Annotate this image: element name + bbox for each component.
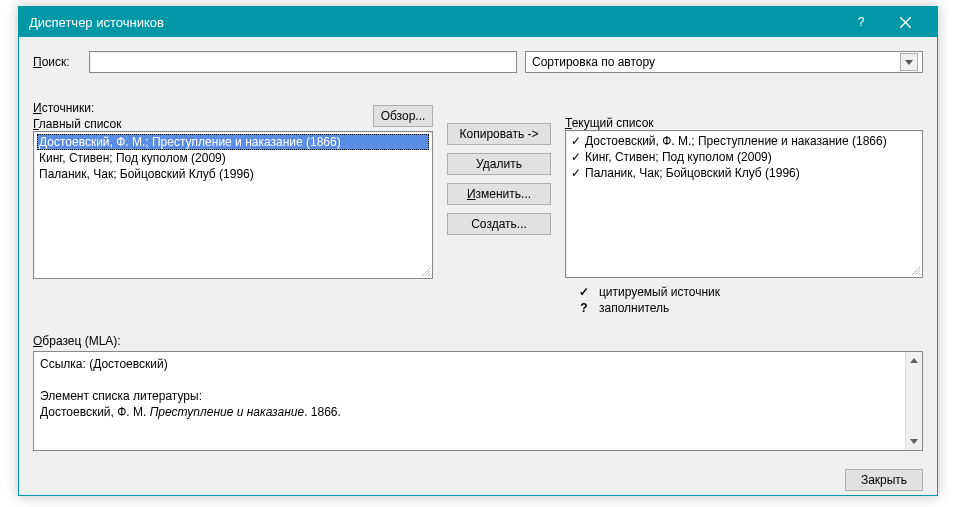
preview-citation: Ссылка: (Достоевский) — [40, 356, 899, 372]
current-list-label: Текущий список — [565, 116, 923, 130]
chevron-down-icon — [900, 53, 918, 71]
help-icon: ? — [858, 15, 865, 29]
preview-scrollbar[interactable] — [905, 352, 922, 450]
list-item[interactable]: Кинг, Стивен; Под куполом (2009) — [37, 150, 429, 166]
scroll-down-icon — [906, 433, 923, 450]
legend-placeholder: заполнитель — [599, 301, 669, 315]
list-item[interactable]: ✓Достоевский, Ф. М.; Преступление и нака… — [569, 133, 919, 149]
check-icon: ✓ — [571, 166, 585, 180]
titlebar: Диспетчер источников ? — [19, 7, 937, 37]
master-list[interactable]: Достоевский, Ф. М.; Преступление и наказ… — [33, 131, 433, 279]
preview-biblio-label: Элемент списка литературы: — [40, 388, 899, 404]
list-item[interactable]: Паланик, Чак; Бойцовский Клуб (1996) — [37, 166, 429, 182]
edit-button[interactable]: Изменить... — [447, 183, 551, 205]
client-area: Поиск: Сортировка по автору Источники: Г… — [19, 37, 937, 501]
window-close-button[interactable] — [883, 7, 927, 37]
scroll-up-icon — [906, 352, 923, 369]
close-icon — [900, 17, 911, 28]
sort-select[interactable]: Сортировка по автору — [525, 51, 923, 73]
source-manager-dialog: Диспетчер источников ? Поиск: Сортировка… — [18, 6, 938, 496]
preview-box: Ссылка: (Достоевский) Элемент списка лит… — [33, 351, 923, 451]
close-button[interactable]: Закрыть — [845, 469, 923, 491]
question-icon: ? — [577, 300, 591, 316]
resize-grip-icon — [909, 264, 921, 276]
check-icon: ✓ — [571, 134, 585, 148]
preview-biblio-entry: Достоевский, Ф. М. Преступление и наказа… — [40, 404, 899, 420]
list-item[interactable]: ✓Паланик, Чак; Бойцовский Клуб (1996) — [569, 165, 919, 181]
current-column: Текущий список ✓Достоевский, Ф. М.; Прес… — [565, 101, 923, 316]
sort-selected-value: Сортировка по автору — [532, 55, 655, 69]
current-list[interactable]: ✓Достоевский, Ф. М.; Преступление и нака… — [565, 130, 923, 278]
copy-button[interactable]: Копировать -> — [447, 123, 551, 145]
sources-label: Источники: — [33, 101, 121, 115]
delete-button[interactable]: Удалить — [447, 153, 551, 175]
svg-line-4 — [428, 274, 430, 276]
check-icon: ✓ — [577, 284, 591, 300]
action-buttons-column: Копировать -> Удалить Изменить... Создат… — [447, 101, 551, 235]
legend-cited: цитируемый источник — [599, 285, 720, 299]
svg-line-7 — [918, 273, 920, 275]
lists-area: Источники: Главный список Обзор... Досто… — [33, 101, 923, 316]
preview-section: Образец (MLA): Ссылка: (Достоевский) Эле… — [33, 334, 923, 451]
search-input[interactable] — [89, 51, 517, 73]
list-item[interactable]: Достоевский, Ф. М.; Преступление и наказ… — [37, 134, 429, 150]
window-title: Диспетчер источников — [29, 15, 839, 30]
help-button[interactable]: ? — [839, 7, 883, 37]
master-column: Источники: Главный список Обзор... Досто… — [33, 101, 433, 279]
list-item[interactable]: ✓Кинг, Стивен; Под куполом (2009) — [569, 149, 919, 165]
preview-label: Образец (MLA): — [33, 334, 923, 348]
search-label: Поиск: — [33, 55, 81, 69]
browse-button[interactable]: Обзор... — [373, 105, 433, 127]
preview-content: Ссылка: (Достоевский) Элемент списка лит… — [34, 352, 905, 450]
search-row: Поиск: Сортировка по автору — [33, 51, 923, 73]
footer: Закрыть — [33, 451, 923, 491]
create-button[interactable]: Создать... — [447, 213, 551, 235]
master-list-label: Главный список — [33, 117, 121, 131]
edit-button-rest: зменить... — [476, 187, 532, 201]
legend: ✓цитируемый источник ?заполнитель — [565, 284, 923, 316]
resize-grip-icon — [419, 265, 431, 277]
check-icon: ✓ — [571, 150, 585, 164]
